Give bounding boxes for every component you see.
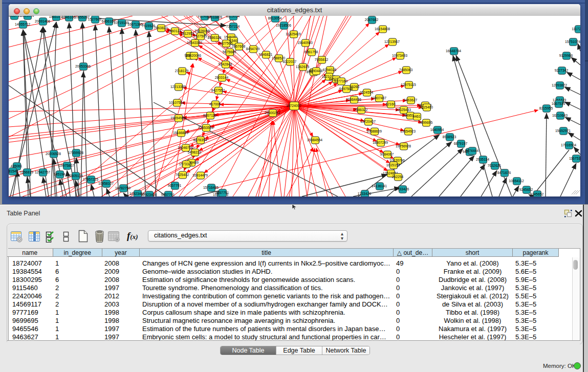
svg-text:12975115: 12975115 <box>401 83 416 86</box>
svg-text:19218506: 19218506 <box>276 24 291 27</box>
svg-text:20364436: 20364436 <box>346 98 361 101</box>
svg-text:15692971: 15692971 <box>555 129 571 133</box>
svg-text:9463627: 9463627 <box>404 98 418 102</box>
svg-text:9227342: 9227342 <box>555 69 569 72</box>
svg-text:9146821: 9146821 <box>259 53 273 56</box>
svg-text:1573321: 1573321 <box>179 162 193 166</box>
svg-text:5498222: 5498222 <box>188 150 202 154</box>
svg-text:9084067: 9084067 <box>380 152 394 156</box>
svg-text:16914479: 16914479 <box>192 173 208 177</box>
svg-text:5675685: 5675685 <box>223 50 236 54</box>
svg-text:8454749: 8454749 <box>246 47 260 51</box>
svg-text:7632621: 7632621 <box>488 164 502 167</box>
svg-text:18724007: 18724007 <box>286 104 301 107</box>
svg-text:23226058: 23226058 <box>194 29 210 33</box>
svg-text:16671385: 16671385 <box>127 23 143 26</box>
svg-text:19654923: 19654923 <box>400 129 416 133</box>
svg-text:17957225: 17957225 <box>83 178 98 181</box>
svg-text:1667533: 1667533 <box>552 102 565 105</box>
svg-text:12353594: 12353594 <box>198 126 213 129</box>
svg-text:18807249: 18807249 <box>373 141 388 144</box>
svg-text:9245652: 9245652 <box>530 192 544 196</box>
svg-text:2718179: 2718179 <box>175 69 189 73</box>
svg-text:9115460: 9115460 <box>420 105 433 109</box>
svg-text:16543362: 16543362 <box>187 41 202 45</box>
svg-text:8813054: 8813054 <box>268 16 282 20</box>
svg-text:16046766: 16046766 <box>178 146 193 149</box>
svg-text:19654925: 19654925 <box>170 116 186 120</box>
svg-text:9327505: 9327505 <box>193 34 207 38</box>
svg-text:9777169: 9777169 <box>334 79 348 83</box>
svg-text:435061: 435061 <box>11 164 23 168</box>
svg-text:14055712: 14055712 <box>9 16 21 17</box>
svg-text:10807487: 10807487 <box>371 96 386 100</box>
svg-text:12942757: 12942757 <box>35 170 50 174</box>
svg-text:9129966: 9129966 <box>559 54 573 57</box>
svg-text:7485063: 7485063 <box>399 68 413 72</box>
svg-text:16648784: 16648784 <box>446 49 461 53</box>
svg-text:17016504: 17016504 <box>561 143 576 147</box>
svg-text:17359928: 17359928 <box>68 151 83 155</box>
svg-text:3624554: 3624554 <box>360 91 374 94</box>
svg-text:19975867: 19975867 <box>59 164 74 167</box>
svg-text:8427552: 8427552 <box>211 89 225 92</box>
svg-text:10655287: 10655287 <box>74 16 90 19</box>
svg-text:1527602: 1527602 <box>88 17 102 21</box>
svg-text:7986322: 7986322 <box>354 108 368 112</box>
svg-text:2087682: 2087682 <box>365 18 379 21</box>
svg-text:12505135: 12505135 <box>68 174 83 178</box>
svg-text:8186328: 8186328 <box>208 36 222 39</box>
svg-text:6961758: 6961758 <box>304 50 318 54</box>
svg-text:16782759: 16782759 <box>115 186 130 190</box>
svg-text:1733426: 1733426 <box>358 192 372 195</box>
svg-text:8471676: 8471676 <box>497 171 511 174</box>
svg-text:1588520: 1588520 <box>272 56 286 60</box>
svg-text:9657791: 9657791 <box>168 184 182 187</box>
svg-text:23420046: 23420046 <box>186 54 201 57</box>
svg-text:8938923: 8938923 <box>443 135 456 139</box>
svg-text:9474444: 9474444 <box>465 149 479 152</box>
svg-text:8322037: 8322037 <box>283 60 297 63</box>
svg-text:7663822: 7663822 <box>154 26 168 30</box>
svg-text:15716485: 15716485 <box>203 186 219 189</box>
svg-text:6879197: 6879197 <box>454 142 468 145</box>
svg-text:10025433: 10025433 <box>396 108 411 112</box>
svg-text:8215955: 8215955 <box>539 106 553 110</box>
svg-text:10973493: 10973493 <box>392 54 407 57</box>
svg-text:20053346: 20053346 <box>75 64 91 68</box>
svg-text:20206528: 20206528 <box>46 152 61 156</box>
svg-text:1167533: 1167533 <box>569 157 580 160</box>
svg-text:9245652: 9245652 <box>519 188 533 191</box>
svg-text:10654112: 10654112 <box>509 179 524 183</box>
svg-text:9327505: 9327505 <box>219 41 233 45</box>
svg-text:1615152: 1615152 <box>386 163 400 167</box>
svg-text:16033809: 16033809 <box>207 16 222 19</box>
svg-text:25300293: 25300293 <box>265 111 280 115</box>
svg-text:1117233: 1117233 <box>572 27 580 31</box>
svg-text:8267110: 8267110 <box>203 114 216 117</box>
svg-text:10688609: 10688609 <box>366 129 382 133</box>
svg-text:10719185: 10719185 <box>114 21 129 25</box>
svg-text:62160: 62160 <box>386 102 396 106</box>
svg-text:14136141: 14136141 <box>372 184 387 188</box>
svg-text:1362615: 1362615 <box>296 65 310 69</box>
svg-text:12923468: 12923468 <box>141 193 157 196</box>
svg-text:2867608: 2867608 <box>232 45 246 48</box>
svg-text:9699695: 9699695 <box>419 121 433 124</box>
svg-text:7955812: 7955812 <box>315 58 329 61</box>
svg-text:1640954: 1640954 <box>430 128 444 132</box>
svg-text:8813054: 8813054 <box>226 16 240 18</box>
svg-text:7625402: 7625402 <box>176 173 189 177</box>
svg-text:19756928: 19756928 <box>396 144 411 148</box>
svg-text:252254: 252254 <box>392 175 404 179</box>
svg-text:16154808: 16154808 <box>375 27 390 31</box>
svg-text:12093872: 12093872 <box>552 83 567 87</box>
svg-text:16210643: 16210643 <box>552 114 568 117</box>
svg-text:15751074: 15751074 <box>565 40 580 43</box>
svg-text:6794028: 6794028 <box>323 68 337 72</box>
svg-text:9860124: 9860124 <box>168 29 182 33</box>
svg-text:11325419: 11325419 <box>286 32 301 36</box>
svg-text:1965371: 1965371 <box>49 16 63 18</box>
svg-text:20691406: 20691406 <box>35 19 50 23</box>
svg-text:12213389: 12213389 <box>170 85 186 89</box>
